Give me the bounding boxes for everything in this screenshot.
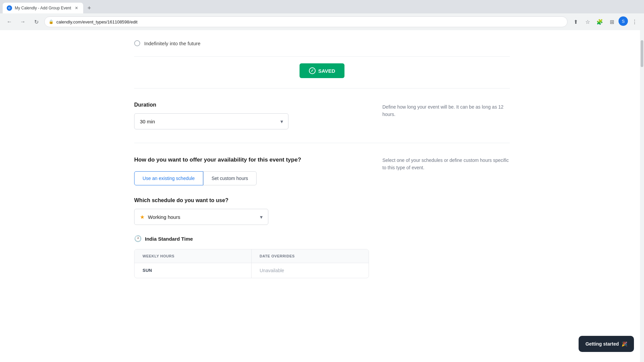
nav-bar: ← → ↻ 🔒 calendly.com/event_types/1611085… <box>0 13 644 30</box>
scrollbar[interactable] <box>640 30 644 362</box>
new-tab-button[interactable]: + <box>85 3 94 13</box>
hours-table: WEEKLY HOURS DATE OVERRIDES SUN Unavaila… <box>134 249 369 278</box>
timezone-row: 🕐 India Standard Time <box>134 235 369 242</box>
indefinitely-radio[interactable] <box>134 40 140 46</box>
nav-actions: ⬆ ☆ 🧩 ⊞ S ⋮ <box>570 16 640 27</box>
indefinitely-label: Indefinitely into the future <box>144 41 201 46</box>
duration-help-text: Define how long your event will be. It c… <box>382 104 503 117</box>
hours-cell: Unavailable <box>252 263 369 278</box>
timezone-name: India Standard Time <box>145 236 193 242</box>
duration-section: Duration 30 min ▾ Define how long your e… <box>134 88 510 143</box>
duration-select-wrapper: 30 min ▾ <box>134 113 288 129</box>
active-tab[interactable]: C My Calendly - Add Group Event ✕ <box>3 3 83 13</box>
date-overrides-header: DATE OVERRIDES <box>252 249 369 263</box>
bookmark-button[interactable]: ☆ <box>582 16 593 27</box>
tab-favicon: C <box>7 5 12 11</box>
duration-left: Duration 30 min ▾ <box>134 102 369 129</box>
getting-started-toast[interactable]: Getting started 🎉 <box>579 336 634 352</box>
browser-chrome: C My Calendly - Add Group Event ✕ + ← → … <box>0 0 644 30</box>
timezone-section: 🕐 India Standard Time WEEKLY HOURS DATE … <box>134 225 369 278</box>
lock-icon: 🔒 <box>49 19 54 24</box>
schedule-chevron-icon: ▾ <box>260 214 263 220</box>
toast-label: Getting started <box>585 341 619 347</box>
tab-close-button[interactable]: ✕ <box>74 5 79 11</box>
refresh-icon: ↻ <box>34 19 39 25</box>
duration-label: Duration <box>134 102 369 108</box>
availability-help: Select one of your schedules or define c… <box>382 157 510 278</box>
saved-button-label: SAVED <box>318 68 335 74</box>
sidebar-toggle-button[interactable]: ⊞ <box>606 16 617 27</box>
indefinitely-row: Indefinitely into the future <box>134 30 510 57</box>
menu-button[interactable]: ⋮ <box>629 16 640 27</box>
tab-title: My Calendly - Add Group Event <box>15 6 71 10</box>
url-text: calendly.com/event_types/161108598/edit <box>56 19 563 24</box>
availability-inner: How do you want to offer your availabili… <box>134 157 510 278</box>
forward-button[interactable]: → <box>17 16 28 27</box>
availability-toggle-group: Use an existing schedule Set custom hour… <box>134 171 369 185</box>
forward-icon: → <box>20 19 25 25</box>
set-custom-hours-button[interactable]: Set custom hours <box>203 171 257 185</box>
schedule-select[interactable]: ★ Working hours ▾ <box>134 209 268 225</box>
weekly-hours-header: WEEKLY HOURS <box>135 249 252 263</box>
which-schedule-label: Which schedule do you want to use? <box>134 197 369 203</box>
back-icon: ← <box>7 19 12 25</box>
use-existing-schedule-button[interactable]: Use an existing schedule <box>134 171 203 185</box>
saved-section: ✓ SAVED <box>134 57 510 88</box>
day-cell: SUN <box>135 263 252 278</box>
main-container: Indefinitely into the future ✓ SAVED Dur… <box>107 30 537 292</box>
hours-table-header: WEEKLY HOURS DATE OVERRIDES <box>135 249 369 263</box>
back-button[interactable]: ← <box>4 16 15 27</box>
scrollbar-thumb[interactable] <box>641 40 643 67</box>
availability-left: How do you want to offer your availabili… <box>134 157 369 278</box>
duration-select[interactable]: 30 min <box>134 113 288 129</box>
toast-icon: 🎉 <box>622 341 627 347</box>
saved-button[interactable]: ✓ SAVED <box>300 63 345 78</box>
refresh-button[interactable]: ↻ <box>31 16 42 27</box>
share-button[interactable]: ⬆ <box>570 16 581 27</box>
availability-help-text: Select one of your schedules or define c… <box>382 158 509 170</box>
star-icon: ★ <box>140 214 145 220</box>
extension-button[interactable]: 🧩 <box>594 16 605 27</box>
table-row: SUN Unavailable <box>135 263 369 278</box>
duration-help: Define how long your event will be. It c… <box>382 102 510 129</box>
clock-icon: 🕐 <box>134 235 142 242</box>
user-avatar[interactable]: S <box>619 16 628 26</box>
tab-bar: C My Calendly - Add Group Event ✕ + <box>0 0 644 13</box>
page-content: Indefinitely into the future ✓ SAVED Dur… <box>0 30 644 362</box>
address-bar[interactable]: 🔒 calendly.com/event_types/161108598/edi… <box>44 16 568 27</box>
saved-check-icon: ✓ <box>309 67 316 74</box>
schedule-name: Working hours <box>148 214 257 220</box>
availability-section: How do you want to offer your availabili… <box>134 143 510 292</box>
availability-question: How do you want to offer your availabili… <box>134 157 369 163</box>
